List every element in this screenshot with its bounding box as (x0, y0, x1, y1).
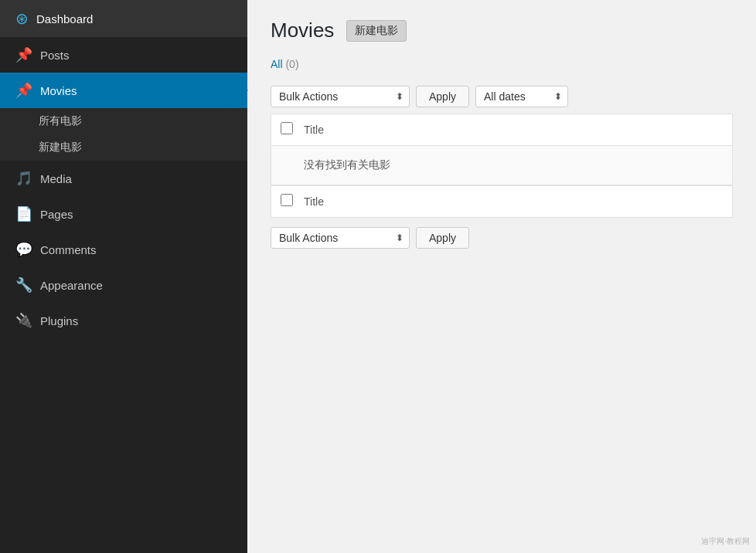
sidebar-item-label: Plugins (40, 314, 78, 327)
top-table-actions: Bulk Actions Apply All dates (271, 80, 733, 114)
bulk-actions-wrapper-bottom: Bulk Actions (271, 227, 410, 249)
bottom-table-actions: Bulk Actions Apply (271, 218, 733, 258)
dashboard-icon: ⊛ (15, 9, 29, 28)
header-checkbox-col (281, 122, 304, 137)
sidebar-item-comments[interactable]: 💬 Comments (0, 232, 247, 267)
new-movie-button[interactable]: 新建电影 (346, 20, 407, 42)
sidebar-item-pages[interactable]: 📄 Pages (0, 196, 247, 232)
filter-tabs: All (0) (271, 58, 733, 70)
sidebar-item-label: Dashboard (36, 12, 93, 25)
sidebar-item-label: Pages (40, 208, 73, 221)
dates-wrapper: All dates (475, 86, 568, 107)
movies-table: Title 没有找到有关电影 Title (271, 114, 733, 218)
comment-icon: 💬 (15, 241, 32, 258)
page-icon: 📄 (15, 205, 32, 222)
sidebar-item-label: Media (40, 172, 72, 185)
sidebar-item-media[interactable]: 🎵 Media (0, 161, 247, 196)
pin-icon-movies: 📌 (15, 82, 32, 99)
media-icon: 🎵 (15, 170, 32, 187)
sidebar-item-label: Movies (40, 84, 77, 97)
sidebar-item-appearance[interactable]: 🔧 Appearance (0, 267, 247, 303)
sidebar-arrow-icon (225, 73, 248, 108)
bulk-actions-wrapper-top: Bulk Actions (271, 86, 410, 107)
sidebar-item-posts[interactable]: 📌 Posts (0, 37, 247, 73)
appearance-icon: 🔧 (15, 276, 32, 293)
filter-tab-all[interactable]: All (271, 58, 283, 70)
sidebar-submenu-movies: 所有电影 新建电影 (0, 108, 247, 161)
page-title: Movies (271, 19, 334, 42)
col-title-header: Title (304, 124, 723, 136)
sidebar-item-dashboard[interactable]: ⊛ Dashboard (0, 0, 247, 37)
bulk-actions-select-top[interactable]: Bulk Actions (271, 86, 410, 107)
dates-select[interactable]: All dates (475, 86, 568, 107)
pin-icon: 📌 (15, 46, 32, 63)
filter-count: (0) (285, 58, 298, 70)
empty-message: 没有找到有关电影 (304, 158, 390, 172)
apply-button-top[interactable]: Apply (416, 86, 469, 107)
apply-button-bottom[interactable]: Apply (416, 227, 469, 249)
plugin-icon: 🔌 (15, 312, 32, 329)
select-all-checkbox-bottom[interactable] (281, 194, 293, 206)
sidebar: ⊛ Dashboard 📌 Posts 📌 Movies 所有电影 新建电影 🎵… (0, 0, 247, 553)
sidebar-subitem-new-movie[interactable]: 新建电影 (0, 134, 247, 161)
table-footer-row: Title (271, 185, 732, 217)
table-header-row: Title (271, 114, 732, 146)
sidebar-subitem-all-movies[interactable]: 所有电影 (0, 108, 247, 134)
empty-message-row: 没有找到有关电影 (271, 146, 732, 185)
bulk-actions-select-bottom[interactable]: Bulk Actions (271, 227, 410, 249)
sidebar-item-label: Appearance (40, 279, 103, 292)
col-title-footer: Title (304, 195, 723, 208)
sidebar-item-movies[interactable]: 📌 Movies (0, 73, 247, 108)
footer-checkbox-col (281, 194, 304, 209)
page-header: Movies 新建电影 (271, 19, 733, 42)
sidebar-item-label: Comments (40, 243, 97, 256)
sidebar-item-label: Posts (40, 49, 70, 62)
select-all-checkbox-top[interactable] (281, 122, 293, 134)
sidebar-item-plugins[interactable]: 🔌 Plugins (0, 303, 247, 338)
main-content: Movies 新建电影 All (0) Bulk Actions Apply A… (247, 0, 756, 553)
